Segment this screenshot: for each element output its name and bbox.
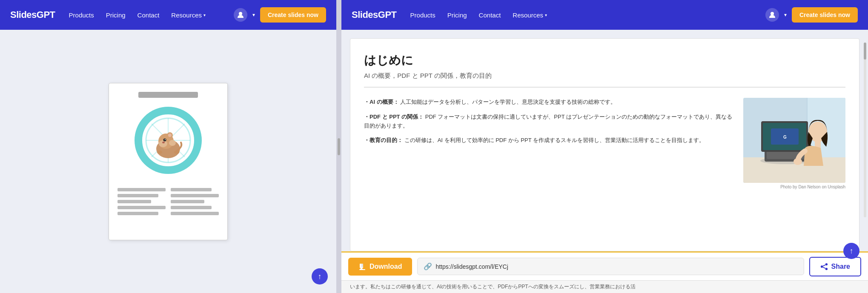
- image-caption: Photo by Dan Nelson on Unsplash: [780, 185, 845, 189]
- slide-content-area: はじめに AI の概要，PDF と PPT の関係，教育の目的 ・AI の概要：…: [350, 38, 859, 251]
- right-user-chevron-icon: ▾: [784, 12, 787, 18]
- left-content: ↑: [0, 30, 336, 293]
- left-navbar-right: ▾ Create slides now: [234, 7, 326, 23]
- resources-chevron-icon: ▾: [203, 13, 206, 17]
- bullet-label-2: ・PDF と PPT の関係：: [364, 114, 424, 120]
- bottom-text: います。私たちはこの研修を通じて、AIの技術を用いることで、PDFからPPTへの…: [341, 280, 868, 293]
- svg-point-14: [162, 142, 165, 143]
- bottom-toolbar: Download 🔗 https://slidesgpt.com/l/EYCj …: [341, 251, 868, 280]
- bullet-label-1: ・AI の概要：: [364, 99, 399, 105]
- left-user-chevron-icon: ▾: [252, 12, 255, 18]
- scroll-track: [864, 43, 866, 217]
- svg-point-0: [239, 12, 242, 15]
- left-create-button[interactable]: Create slides now: [260, 7, 326, 23]
- bullet-label-3: ・教育の目的：: [364, 137, 403, 143]
- slide-heading: はじめに: [364, 52, 845, 68]
- right-content: はじめに AI の概要，PDF と PPT の関係，教育の目的 ・AI の概要：…: [341, 30, 868, 251]
- right-user-icon[interactable]: [765, 8, 779, 22]
- left-nav-resources[interactable]: Resources ▾: [171, 11, 206, 19]
- svg-point-33: [794, 158, 802, 165]
- svg-point-12: [163, 138, 166, 141]
- svg-line-41: [823, 267, 825, 268]
- right-nav-resources[interactable]: Resources ▾: [513, 11, 547, 19]
- hamster-wheel-illustration: [134, 106, 202, 174]
- slide-subheading: AI の概要，PDF と PPT の関係，教育の目的: [364, 72, 845, 88]
- left-nav-pricing[interactable]: Pricing: [106, 11, 126, 19]
- svg-point-17: [157, 151, 162, 154]
- bullet-item-3: ・教育の目的： この研修は、AI を利用して効率的に PDF から PPT を作…: [364, 136, 733, 145]
- left-user-icon[interactable]: [234, 8, 247, 22]
- right-nav-products[interactable]: Products: [410, 11, 435, 19]
- scroll-thumb[interactable]: [864, 43, 866, 60]
- left-navbar: SlidesGPT Products Pricing Contact Resou…: [0, 0, 336, 30]
- left-nav-products[interactable]: Products: [69, 11, 94, 19]
- right-brand: SlidesGPT: [352, 9, 397, 20]
- slide-title-placeholder: [138, 92, 198, 98]
- share-url: https://slidesgpt.com/l/EYCj: [435, 263, 797, 270]
- left-nav-contact[interactable]: Contact: [138, 11, 160, 19]
- left-brand: SlidesGPT: [10, 9, 55, 20]
- right-nav: Products Pricing Contact Resources ▾: [410, 11, 752, 19]
- right-nav-pricing[interactable]: Pricing: [447, 11, 467, 19]
- svg-point-11: [169, 140, 176, 146]
- svg-rect-36: [359, 269, 365, 270]
- slide-image-area: G: [743, 98, 845, 242]
- left-panel: SlidesGPT Products Pricing Contact Resou…: [0, 0, 336, 293]
- slide-preview-card: [109, 83, 228, 240]
- right-panel: SlidesGPT Products Pricing Contact Resou…: [341, 0, 868, 293]
- svg-point-37: [825, 263, 827, 265]
- svg-point-16: [168, 134, 172, 137]
- right-resources-chevron-icon: ▾: [545, 13, 547, 17]
- divider-handle: [338, 138, 340, 155]
- right-navbar-right: ▾ Create slides now: [765, 7, 858, 23]
- right-scroll-up-button[interactable]: ↑: [843, 243, 859, 259]
- svg-point-10: [159, 140, 167, 147]
- svg-point-39: [825, 267, 827, 270]
- panel-divider: [336, 0, 341, 293]
- left-scroll-up-button[interactable]: ↑: [312, 268, 328, 284]
- right-create-button[interactable]: Create slides now: [792, 7, 858, 23]
- url-area: 🔗 https://slidesgpt.com/l/EYCj: [417, 258, 804, 275]
- svg-point-38: [820, 265, 822, 267]
- slide-image: G: [743, 98, 845, 183]
- download-button[interactable]: Download: [348, 258, 412, 276]
- right-nav-contact[interactable]: Contact: [479, 11, 501, 19]
- share-icon: [820, 263, 828, 270]
- share-button[interactable]: Share: [809, 257, 861, 276]
- svg-point-19: [771, 12, 774, 15]
- download-icon: [358, 263, 366, 270]
- right-navbar: SlidesGPT Products Pricing Contact Resou…: [341, 0, 868, 30]
- slide-body: ・AI の概要： 人工知能はデータを分析し、パターンを学習し、意思決定を支援する…: [364, 98, 845, 242]
- bullet-item-1: ・AI の概要： 人工知能はデータを分析し、パターンを学習し、意思決定を支援する…: [364, 98, 733, 107]
- bullet-text-1: 人工知能はデータを分析し、パターンを学習し、意思決定を支援する技術の総称です。: [400, 99, 616, 105]
- svg-point-13: [165, 139, 166, 140]
- slide-bullets: ・AI の概要： 人工知能はデータを分析し、パターンを学習し、意思決定を支援する…: [364, 98, 733, 242]
- svg-text:G: G: [783, 135, 787, 139]
- bullet-text-3: この研修は、AI を利用して効率的に PDF から PPT を作成するスキルを習…: [404, 137, 705, 143]
- left-nav: Products Pricing Contact Resources ▾: [69, 11, 220, 19]
- slide-text-placeholder: [117, 188, 219, 215]
- bullet-item-2: ・PDF と PPT の関係： PDF フォーマットは文書の保持に適していますが…: [364, 113, 733, 131]
- svg-line-40: [823, 265, 825, 266]
- link-icon: 🔗: [424, 262, 432, 270]
